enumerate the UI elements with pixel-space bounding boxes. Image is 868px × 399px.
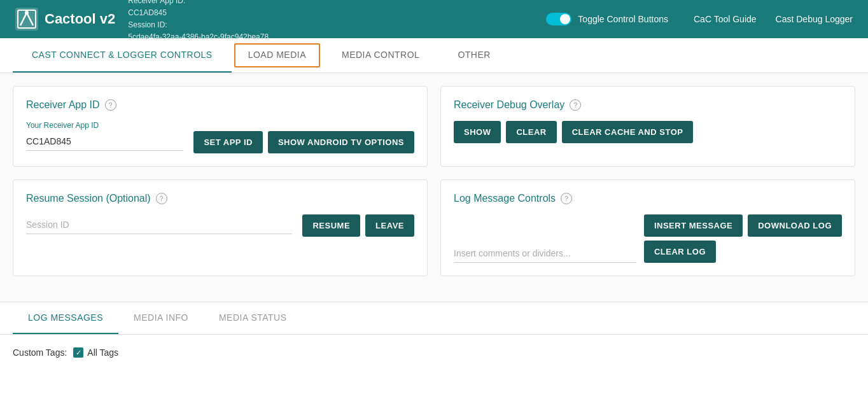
receiver-app-id-input[interactable] <box>26 132 183 151</box>
bottom-section: LOG MESSAGES MEDIA INFO MEDIA STATUS Cus… <box>0 302 868 370</box>
resume-session-actions: RESUME LEAVE <box>302 214 414 237</box>
toggle-label: Toggle Control Buttons <box>578 14 668 24</box>
resume-session-help-icon[interactable]: ? <box>156 193 167 204</box>
receiver-app-id-actions: SET APP ID SHOW ANDROID TV OPTIONS <box>193 131 414 153</box>
resume-session-title: Resume Session (Optional) ? <box>26 193 414 204</box>
receiver-app-id-input-row: Your Receiver App ID SET APP ID SHOW AND… <box>26 121 414 153</box>
session-id-input[interactable] <box>26 216 292 234</box>
cac-tool-guide-link[interactable]: CaC Tool Guide <box>694 14 757 24</box>
main-tabs: CAST CONNECT & LOGGER CONTROLS LOAD MEDI… <box>0 38 868 73</box>
custom-tags-label: Custom Tags: <box>13 347 67 358</box>
all-tags-label: All Tags <box>87 347 118 358</box>
receiver-app-id-info: Receiver App ID: CC1AD845 <box>128 0 546 19</box>
bottom-tab-log-messages[interactable]: LOG MESSAGES <box>13 302 118 334</box>
log-message-help-icon[interactable]: ? <box>561 193 572 204</box>
log-buttons-row1: INSERT MESSAGE DOWNLOAD LOG <box>644 214 842 237</box>
logo-text: Cactool v2 <box>45 11 115 27</box>
toggle-control-buttons[interactable]: Toggle Control Buttons <box>546 13 668 25</box>
tab-other[interactable]: OTHER <box>438 38 510 73</box>
log-message-card: Log Message Controls ? INSERT MESSAGE DO… <box>440 179 855 276</box>
download-log-button[interactable]: DOWNLOAD LOG <box>748 214 842 237</box>
receiver-app-id-title: Receiver App ID ? <box>26 99 414 111</box>
main-content: Receiver App ID ? Your Receiver App ID S… <box>0 73 868 302</box>
log-controls-row: INSERT MESSAGE DOWNLOAD LOG CLEAR LOG <box>454 214 842 263</box>
show-android-tv-button[interactable]: SHOW ANDROID TV OPTIONS <box>268 131 414 153</box>
receiver-app-id-input-label: Your Receiver App ID <box>26 121 183 130</box>
insert-message-button[interactable]: INSERT MESSAGE <box>644 214 743 237</box>
toggle-switch[interactable] <box>546 13 571 25</box>
bottom-tabs: LOG MESSAGES MEDIA INFO MEDIA STATUS <box>0 302 868 335</box>
clear-log-button[interactable]: CLEAR LOG <box>644 241 716 263</box>
custom-tags-row: Custom Tags: All Tags <box>13 347 855 358</box>
session-id-input-wrapper <box>26 216 292 237</box>
resume-button[interactable]: RESUME <box>302 214 360 237</box>
log-message-title: Log Message Controls ? <box>454 193 842 204</box>
set-app-id-button[interactable]: SET APP ID <box>193 131 263 153</box>
show-button[interactable]: SHOW <box>454 121 501 143</box>
tab-load-media[interactable]: LOAD MEDIA <box>234 43 320 67</box>
bottom-tab-media-info[interactable]: MEDIA INFO <box>118 302 204 334</box>
cast-debug-logger-link[interactable]: Cast Debug Logger <box>776 14 853 24</box>
resume-session-row: RESUME LEAVE <box>26 214 414 237</box>
logo: Cactool v2 <box>15 8 115 31</box>
all-tags-checkbox[interactable] <box>73 347 83 358</box>
log-message-input[interactable] <box>454 244 636 263</box>
resume-session-card: Resume Session (Optional) ? RESUME LEAVE <box>13 179 428 276</box>
receiver-app-id-card: Receiver App ID ? Your Receiver App ID S… <box>13 86 428 167</box>
tab-cast-connect[interactable]: CAST CONNECT & LOGGER CONTROLS <box>13 38 232 73</box>
header-nav: CaC Tool Guide Cast Debug Logger <box>694 14 853 24</box>
receiver-debug-actions: SHOW CLEAR CLEAR CACHE AND STOP <box>454 121 842 143</box>
log-buttons-row2: CLEAR LOG <box>644 241 842 263</box>
tab-media-control[interactable]: MEDIA CONTROL <box>323 38 438 73</box>
clear-button[interactable]: CLEAR <box>506 121 556 143</box>
receiver-app-id-input-wrapper: Your Receiver App ID <box>26 121 183 153</box>
receiver-app-id-help-icon[interactable]: ? <box>105 99 116 111</box>
leave-button[interactable]: LEAVE <box>365 214 414 237</box>
all-tags-checkbox-wrapper[interactable]: All Tags <box>73 347 118 358</box>
header-info: Receiver App ID: CC1AD845 Session ID: 5c… <box>128 0 546 43</box>
receiver-debug-title: Receiver Debug Overlay ? <box>454 99 842 111</box>
clear-cache-stop-button[interactable]: CLEAR CACHE AND STOP <box>562 121 694 143</box>
log-buttons: INSERT MESSAGE DOWNLOAD LOG CLEAR LOG <box>644 214 842 263</box>
receiver-debug-help-icon[interactable]: ? <box>570 99 581 111</box>
receiver-debug-card: Receiver Debug Overlay ? SHOW CLEAR CLEA… <box>440 86 855 167</box>
svg-point-2 <box>25 11 29 15</box>
app-header: Cactool v2 Receiver App ID: CC1AD845 Ses… <box>0 0 868 38</box>
bottom-tab-media-status[interactable]: MEDIA STATUS <box>204 302 302 334</box>
cards-grid: Receiver App ID ? Your Receiver App ID S… <box>13 86 855 276</box>
logo-icon <box>15 8 38 31</box>
bottom-content: Custom Tags: All Tags <box>0 335 868 370</box>
